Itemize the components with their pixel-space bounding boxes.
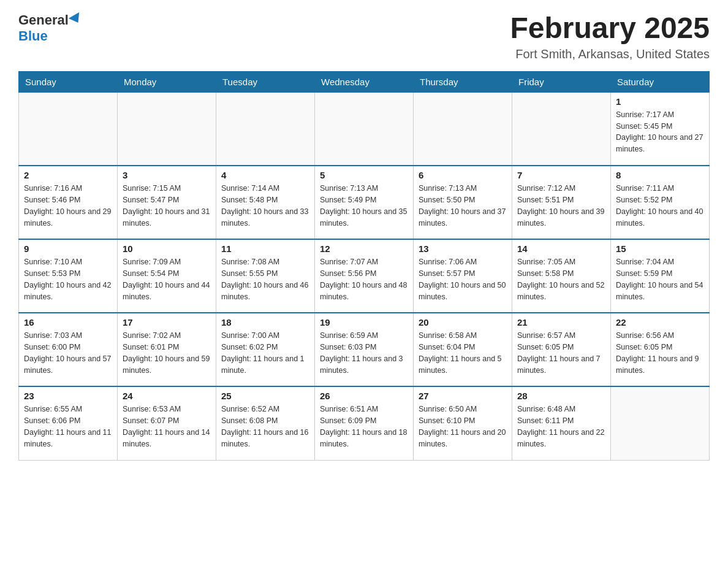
day-info: Sunrise: 7:03 AM Sunset: 6:00 PM Dayligh…: [24, 330, 112, 376]
day-number: 5: [320, 170, 408, 180]
logo: General Blue: [18, 12, 82, 44]
day-header-tuesday: Tuesday: [216, 71, 315, 92]
calendar-day-cell: 20Sunrise: 6:58 AM Sunset: 6:04 PM Dayli…: [414, 313, 512, 386]
day-info: Sunrise: 6:53 AM Sunset: 6:07 PM Dayligh…: [123, 404, 211, 450]
calendar-day-cell: [216, 92, 315, 166]
day-info: Sunrise: 6:52 AM Sunset: 6:08 PM Dayligh…: [221, 404, 309, 450]
day-info: Sunrise: 7:05 AM Sunset: 5:58 PM Dayligh…: [517, 256, 605, 302]
day-info: Sunrise: 7:13 AM Sunset: 5:49 PM Dayligh…: [320, 183, 408, 229]
day-number: 10: [123, 243, 211, 254]
calendar-day-cell: 19Sunrise: 6:59 AM Sunset: 6:03 PM Dayli…: [315, 313, 414, 386]
calendar-day-cell: 23Sunrise: 6:55 AM Sunset: 6:06 PM Dayli…: [19, 386, 118, 460]
day-info: Sunrise: 7:13 AM Sunset: 5:50 PM Dayligh…: [419, 183, 507, 229]
day-info: Sunrise: 6:59 AM Sunset: 6:03 PM Dayligh…: [320, 330, 408, 376]
day-number: 6: [419, 170, 507, 180]
calendar-week-row: 2Sunrise: 7:16 AM Sunset: 5:46 PM Daylig…: [19, 166, 710, 239]
day-number: 11: [221, 243, 309, 254]
day-header-thursday: Thursday: [414, 71, 512, 92]
day-number: 12: [320, 243, 408, 254]
calendar-day-cell: 11Sunrise: 7:08 AM Sunset: 5:55 PM Dayli…: [216, 239, 315, 313]
day-number: 27: [419, 391, 507, 401]
day-info: Sunrise: 6:51 AM Sunset: 6:09 PM Dayligh…: [320, 404, 408, 450]
day-info: Sunrise: 6:55 AM Sunset: 6:06 PM Dayligh…: [24, 404, 112, 450]
day-number: 3: [123, 170, 211, 180]
day-info: Sunrise: 7:02 AM Sunset: 6:01 PM Dayligh…: [123, 330, 211, 376]
day-info: Sunrise: 6:48 AM Sunset: 6:11 PM Dayligh…: [517, 404, 605, 450]
day-number: 17: [123, 317, 211, 327]
day-info: Sunrise: 7:06 AM Sunset: 5:57 PM Dayligh…: [419, 256, 507, 302]
day-number: 4: [221, 170, 309, 180]
calendar-day-cell: 9Sunrise: 7:10 AM Sunset: 5:53 PM Daylig…: [19, 239, 118, 313]
day-number: 8: [616, 170, 704, 180]
day-info: Sunrise: 6:50 AM Sunset: 6:10 PM Dayligh…: [419, 404, 507, 450]
calendar-body: 1Sunrise: 7:17 AM Sunset: 5:45 PM Daylig…: [19, 92, 710, 460]
calendar-day-cell: 26Sunrise: 6:51 AM Sunset: 6:09 PM Dayli…: [315, 386, 414, 460]
day-number: 19: [320, 317, 408, 327]
day-header-wednesday: Wednesday: [315, 71, 414, 92]
calendar-day-cell: 28Sunrise: 6:48 AM Sunset: 6:11 PM Dayli…: [512, 386, 611, 460]
day-number: 2: [24, 170, 112, 180]
calendar-day-cell: 1Sunrise: 7:17 AM Sunset: 5:45 PM Daylig…: [611, 92, 710, 166]
calendar-day-cell: 17Sunrise: 7:02 AM Sunset: 6:01 PM Dayli…: [118, 313, 216, 386]
calendar-day-cell: [315, 92, 414, 166]
day-info: Sunrise: 7:00 AM Sunset: 6:02 PM Dayligh…: [221, 330, 309, 376]
day-info: Sunrise: 6:58 AM Sunset: 6:04 PM Dayligh…: [419, 330, 507, 376]
calendar-day-cell: 13Sunrise: 7:06 AM Sunset: 5:57 PM Dayli…: [414, 239, 512, 313]
calendar-day-cell: [512, 92, 611, 166]
day-number: 22: [616, 317, 704, 327]
calendar-day-cell: 3Sunrise: 7:15 AM Sunset: 5:47 PM Daylig…: [118, 166, 216, 239]
day-info: Sunrise: 7:07 AM Sunset: 5:56 PM Dayligh…: [320, 256, 408, 302]
day-number: 26: [320, 391, 408, 401]
calendar-day-cell: 10Sunrise: 7:09 AM Sunset: 5:54 PM Dayli…: [118, 239, 216, 313]
logo-general-text: General: [18, 12, 69, 28]
page-header: General Blue February 2025 Fort Smith, A…: [18, 12, 710, 61]
calendar-day-cell: [118, 92, 216, 166]
day-number: 9: [24, 243, 112, 254]
calendar-day-cell: 7Sunrise: 7:12 AM Sunset: 5:51 PM Daylig…: [512, 166, 611, 239]
calendar-day-cell: 24Sunrise: 6:53 AM Sunset: 6:07 PM Dayli…: [118, 386, 216, 460]
calendar-day-cell: 22Sunrise: 6:56 AM Sunset: 6:05 PM Dayli…: [611, 313, 710, 386]
day-number: 24: [123, 391, 211, 401]
calendar-day-cell: 4Sunrise: 7:14 AM Sunset: 5:48 PM Daylig…: [216, 166, 315, 239]
day-info: Sunrise: 7:08 AM Sunset: 5:55 PM Dayligh…: [221, 256, 309, 302]
calendar-day-cell: 14Sunrise: 7:05 AM Sunset: 5:58 PM Dayli…: [512, 239, 611, 313]
day-info: Sunrise: 6:56 AM Sunset: 6:05 PM Dayligh…: [616, 330, 704, 376]
day-info: Sunrise: 7:16 AM Sunset: 5:46 PM Dayligh…: [24, 183, 112, 229]
day-number: 23: [24, 391, 112, 401]
day-info: Sunrise: 7:12 AM Sunset: 5:51 PM Dayligh…: [517, 183, 605, 229]
title-block: February 2025 Fort Smith, Arkansas, Unit…: [510, 12, 710, 61]
calendar-day-cell: 12Sunrise: 7:07 AM Sunset: 5:56 PM Dayli…: [315, 239, 414, 313]
day-info: Sunrise: 7:17 AM Sunset: 5:45 PM Dayligh…: [616, 109, 704, 155]
calendar-table: SundayMondayTuesdayWednesdayThursdayFrid…: [18, 71, 710, 461]
logo-triangle-icon: [69, 12, 83, 26]
calendar-day-cell: 16Sunrise: 7:03 AM Sunset: 6:00 PM Dayli…: [19, 313, 118, 386]
calendar-week-row: 1Sunrise: 7:17 AM Sunset: 5:45 PM Daylig…: [19, 92, 710, 166]
day-number: 7: [517, 170, 605, 180]
calendar-day-cell: 6Sunrise: 7:13 AM Sunset: 5:50 PM Daylig…: [414, 166, 512, 239]
calendar-day-cell: [19, 92, 118, 166]
calendar-day-cell: 5Sunrise: 7:13 AM Sunset: 5:49 PM Daylig…: [315, 166, 414, 239]
day-number: 21: [517, 317, 605, 327]
calendar-day-cell: 18Sunrise: 7:00 AM Sunset: 6:02 PM Dayli…: [216, 313, 315, 386]
calendar-header: SundayMondayTuesdayWednesdayThursdayFrid…: [19, 71, 710, 92]
calendar-week-row: 23Sunrise: 6:55 AM Sunset: 6:06 PM Dayli…: [19, 386, 710, 460]
main-title: February 2025: [510, 12, 710, 45]
day-header-friday: Friday: [512, 71, 611, 92]
day-number: 28: [517, 391, 605, 401]
day-number: 25: [221, 391, 309, 401]
day-info: Sunrise: 6:57 AM Sunset: 6:05 PM Dayligh…: [517, 330, 605, 376]
calendar-day-cell: 27Sunrise: 6:50 AM Sunset: 6:10 PM Dayli…: [414, 386, 512, 460]
calendar-week-row: 16Sunrise: 7:03 AM Sunset: 6:00 PM Dayli…: [19, 313, 710, 386]
day-info: Sunrise: 7:09 AM Sunset: 5:54 PM Dayligh…: [123, 256, 211, 302]
day-header-row: SundayMondayTuesdayWednesdayThursdayFrid…: [19, 71, 710, 92]
day-info: Sunrise: 7:04 AM Sunset: 5:59 PM Dayligh…: [616, 256, 704, 302]
day-info: Sunrise: 7:11 AM Sunset: 5:52 PM Dayligh…: [616, 183, 704, 229]
calendar-day-cell: [611, 386, 710, 460]
calendar-day-cell: 15Sunrise: 7:04 AM Sunset: 5:59 PM Dayli…: [611, 239, 710, 313]
day-number: 15: [616, 243, 704, 254]
subtitle: Fort Smith, Arkansas, United States: [510, 47, 710, 61]
day-number: 1: [616, 96, 704, 107]
day-info: Sunrise: 7:10 AM Sunset: 5:53 PM Dayligh…: [24, 256, 112, 302]
day-header-saturday: Saturday: [611, 71, 710, 92]
day-number: 14: [517, 243, 605, 254]
